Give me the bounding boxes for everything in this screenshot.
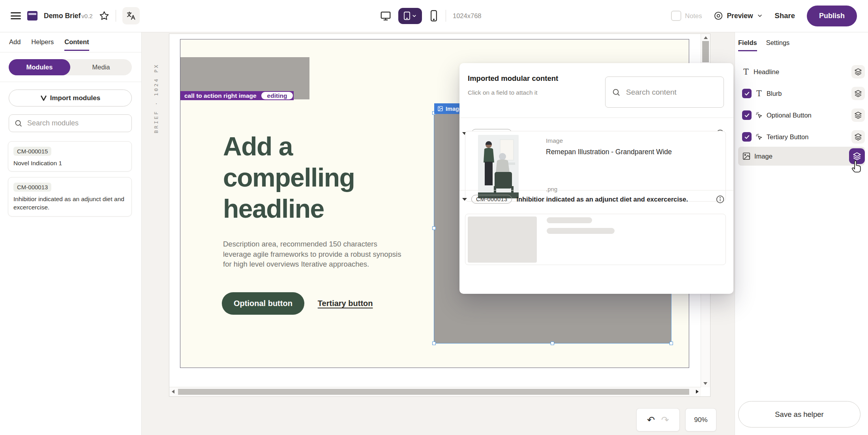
chevron-down-icon [757,13,763,19]
info-icon[interactable] [716,195,725,204]
layers-button[interactable] [851,130,865,144]
canvas-resolution: 1024x768 [453,12,482,20]
brief-version: v0.2 [81,13,92,19]
headline-text[interactable]: Add a compelling headline [223,131,416,224]
import-modules-button[interactable]: Import modules [9,90,132,106]
asset-name: Remepan Illustration - Grandparent Wide [546,148,672,156]
scroll-down-arrow[interactable] [703,382,707,385]
field-row-image[interactable]: Image [738,147,865,166]
layers-button[interactable] [851,108,865,122]
module-title: Inhibitior indicated as an adjunct diet … [13,195,126,211]
search-content-box [605,77,724,108]
notes-checkbox[interactable] [671,11,681,21]
vertical-scroll-thumb[interactable] [702,41,709,62]
share-button[interactable]: Share [775,11,795,20]
segment-media[interactable]: Media [70,59,132,75]
asset-extension: .png [546,186,557,192]
field-label: Image [754,153,772,160]
layers-button[interactable] [851,65,865,78]
redo-icon[interactable]: ↷ [661,415,669,425]
field-row-tertiary-button[interactable]: Tertiary Button [738,129,865,144]
tab-helpers[interactable]: Helpers [31,38,54,51]
layers-icon [854,90,862,97]
canvas-ruler-label: BRIEF · 1024 PX [153,43,159,133]
module-card[interactable]: CM-000013 Inhibitior indicated as an adj… [8,177,132,217]
search-content-input[interactable] [625,88,717,97]
divider [459,190,733,190]
description-text[interactable]: Description area, recommended 150 charac… [223,239,405,269]
field-label: Tertiary Button [767,133,808,141]
tab-content[interactable]: Content [64,38,89,51]
tab-add[interactable]: Add [9,38,21,51]
layers-button-active[interactable] [849,148,865,164]
desktop-view-icon[interactable] [380,10,392,22]
button-field-icon [755,133,763,141]
text-field-icon: T [742,67,750,77]
popover-title: Imported modular content [468,74,558,83]
scroll-right-arrow[interactable] [696,390,699,394]
preview-button[interactable]: Preview [714,11,763,21]
layers-button[interactable] [851,87,865,100]
layers-icon [854,133,862,141]
divider [0,52,141,52]
asset-card-loading[interactable] [465,214,726,265]
search-icon [14,119,22,127]
mobile-view-icon[interactable] [429,10,439,22]
selection-handle[interactable] [432,226,436,230]
checked-checkbox[interactable] [742,89,752,98]
selection-handle[interactable] [669,342,673,345]
publish-button[interactable]: Publish [807,6,857,26]
divider [459,118,733,118]
search-modules-input[interactable] [26,119,126,128]
content-section-title: Inhibitior indicated as an adjunct diet … [516,196,711,203]
content-id-pill: CM-000013 [471,195,512,203]
content-section-row[interactable]: CM-000013 Inhibitior indicated as an adj… [462,193,725,205]
right-sidebar: Fields Settings T Headline T Blurb [735,32,868,435]
field-label: Optional Button [767,112,812,119]
checked-checkbox[interactable] [742,132,752,142]
brief-document-icon [27,11,37,21]
selection-handle[interactable] [432,342,436,345]
eye-icon [714,11,723,21]
tab-fields[interactable]: Fields [738,39,757,51]
module-title: Novel Indication 1 [13,159,126,167]
module-card[interactable]: CM-000015 Novel Indication 1 [8,141,132,172]
scroll-up-arrow[interactable] [704,36,708,39]
topbar-divider [116,10,116,22]
asset-card-image[interactable]: Image Remepan Illustration - Grandparent… [465,131,726,202]
notes-toggle[interactable]: Notes [671,11,702,21]
vault-v-icon [40,95,47,101]
checked-checkbox[interactable] [742,110,752,120]
field-row-optional-button[interactable]: Optional Button [738,108,865,123]
skeleton-line [547,228,615,234]
top-bar: Demo Brief v0.2 [0,0,868,32]
horizontal-scrollbar[interactable] [169,387,701,396]
undo-icon[interactable]: ↶ [647,415,655,425]
segment-modules[interactable]: Modules [9,59,70,75]
translate-icon[interactable] [122,7,140,24]
chevron-down-icon [412,13,417,19]
preview-label: Preview [727,12,753,20]
tertiary-button[interactable]: Tertiary button [315,299,375,308]
module-label-bar: call to action right image editing [180,91,294,100]
hamburger-menu-icon[interactable] [11,12,21,19]
asset-thumbnail [478,135,519,198]
scroll-left-arrow[interactable] [172,390,174,394]
tablet-view-button[interactable] [398,8,422,24]
check-icon [744,91,750,97]
imported-content-popover: Imported modular content Click on a fiel… [459,63,733,294]
save-as-helper-button[interactable]: Save as helper [738,401,861,428]
button-field-icon [755,111,763,119]
check-icon [744,112,750,118]
optional-button[interactable]: Optional button [222,292,304,315]
field-row-blurb[interactable]: T Blurb [738,86,865,101]
collapse-caret-icon[interactable] [462,198,467,201]
zoom-level-button[interactable]: 90% [685,408,716,431]
search-modules-box [9,114,132,132]
selection-handle[interactable] [551,342,554,345]
search-icon [612,88,621,97]
horizontal-scroll-thumb[interactable] [178,389,689,395]
favorite-star-icon[interactable] [99,11,109,21]
field-row-headline[interactable]: T Headline [738,64,865,79]
tab-settings[interactable]: Settings [766,39,790,51]
